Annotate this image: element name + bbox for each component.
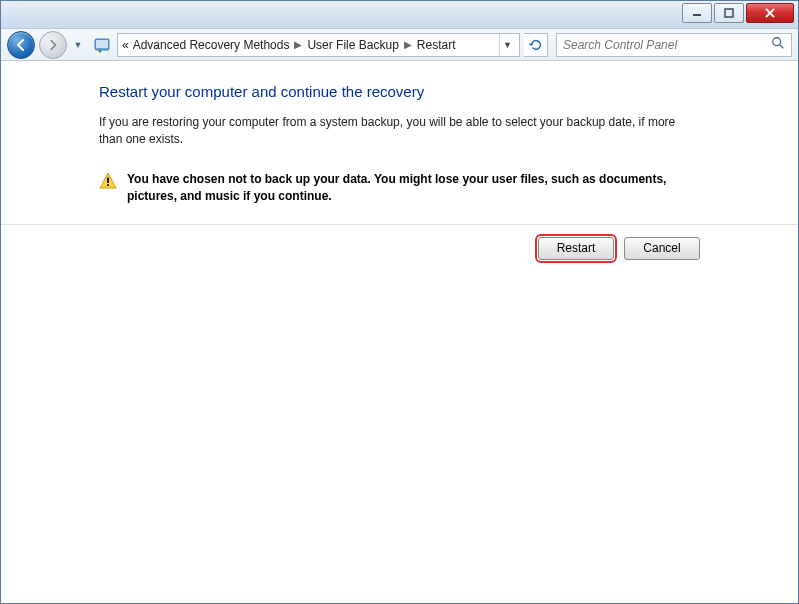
- warning-icon: [99, 172, 117, 190]
- svg-rect-6: [107, 177, 109, 183]
- recent-pages-dropdown[interactable]: ▼: [71, 35, 85, 55]
- titlebar: [1, 1, 798, 29]
- window-controls: [680, 3, 794, 23]
- divider: [1, 224, 798, 225]
- page-title: Restart your computer and continue the r…: [99, 83, 700, 100]
- search-icon[interactable]: [771, 36, 785, 53]
- minimize-button[interactable]: [682, 3, 712, 23]
- back-button[interactable]: [7, 31, 35, 59]
- restart-button[interactable]: Restart: [538, 237, 614, 260]
- navigation-bar: ▼ « Advanced Recovery Methods ▶ User Fil…: [1, 29, 798, 61]
- cancel-button[interactable]: Cancel: [624, 237, 700, 260]
- breadcrumb-overflow[interactable]: «: [122, 38, 129, 52]
- svg-point-4: [99, 49, 102, 52]
- breadcrumb-part-0[interactable]: Advanced Recovery Methods: [133, 38, 290, 52]
- search-input[interactable]: [563, 38, 771, 52]
- address-dropdown[interactable]: ▼: [499, 34, 515, 56]
- svg-rect-3: [96, 40, 108, 48]
- maximize-button[interactable]: [714, 3, 744, 23]
- search-box[interactable]: [556, 33, 792, 57]
- svg-rect-7: [107, 184, 109, 186]
- svg-point-5: [773, 38, 781, 46]
- svg-rect-1: [725, 9, 733, 17]
- refresh-button[interactable]: [524, 33, 548, 57]
- control-panel-icon: [93, 36, 111, 54]
- content-area: Restart your computer and continue the r…: [1, 61, 798, 603]
- warning-message: You have chosen not to back up your data…: [99, 171, 700, 206]
- page-description: If you are restoring your computer from …: [99, 114, 700, 149]
- close-button[interactable]: [746, 3, 794, 23]
- button-row: Restart Cancel: [1, 237, 798, 260]
- breadcrumb[interactable]: « Advanced Recovery Methods ▶ User File …: [117, 33, 520, 57]
- chevron-right-icon: ▶: [294, 39, 302, 50]
- forward-button[interactable]: [39, 31, 67, 59]
- warning-text: You have chosen not to back up your data…: [127, 171, 700, 206]
- breadcrumb-part-2[interactable]: Restart: [417, 38, 456, 52]
- breadcrumb-part-1[interactable]: User File Backup: [307, 38, 398, 52]
- svg-rect-0: [693, 14, 701, 16]
- chevron-right-icon: ▶: [404, 39, 412, 50]
